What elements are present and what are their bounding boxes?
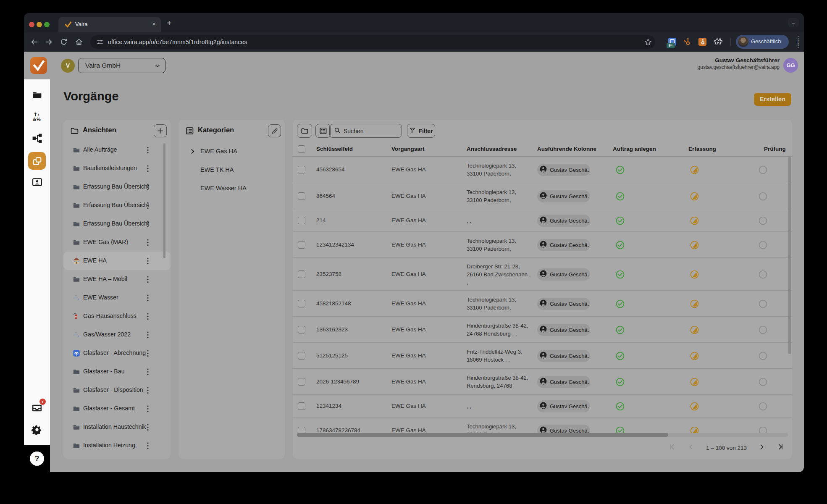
reload-icon[interactable] bbox=[59, 37, 68, 47]
ansicht-item-erfassung-bau-übersicht[interactable]: Erfassung Bau Übersicht bbox=[63, 178, 171, 196]
company-avatar[interactable]: V bbox=[61, 59, 75, 73]
kebab-menu-icon[interactable] bbox=[147, 146, 149, 156]
ansicht-item-glasfaser-bau[interactable]: Glasfaser - Bau bbox=[63, 362, 171, 381]
rail-item-vorgaenge-active[interactable] bbox=[24, 150, 50, 172]
ansicht-item-gas-wasser-2022[interactable]: Gas/Wasser 2022 bbox=[63, 326, 171, 344]
kebab-menu-icon[interactable] bbox=[147, 423, 149, 433]
add-view-button[interactable] bbox=[154, 124, 167, 137]
assignee-chip[interactable]: Gustav Geschä… bbox=[537, 324, 590, 336]
status-erfassung-in_progress-icon[interactable] bbox=[690, 325, 699, 335]
table-row-864564[interactable]: 864564EWE Gas HATechnologiepark 13,33100… bbox=[293, 183, 792, 209]
kebab-menu-icon[interactable] bbox=[147, 183, 149, 193]
status-pruefung-open-icon[interactable] bbox=[758, 165, 768, 175]
kebab-menu-icon[interactable] bbox=[147, 368, 149, 378]
column-header-vorgangsart[interactable]: Vorgangsart bbox=[391, 146, 425, 152]
status-pruefung-open-icon[interactable] bbox=[758, 299, 768, 309]
status-erfassung-in_progress-icon[interactable] bbox=[690, 270, 699, 279]
column-header-ausführende-kolonne[interactable]: Ausführende Kolonne bbox=[537, 146, 596, 152]
status-pruefung-open-icon[interactable] bbox=[758, 240, 768, 250]
kategorie-item-ewe-tk-ha[interactable]: EWE TK HA bbox=[179, 161, 285, 179]
help-button[interactable]: ? bbox=[30, 452, 44, 466]
column-header-anschlussadresse[interactable]: Anschlussadresse bbox=[467, 146, 517, 152]
status-auftrag-anlegen-done-icon[interactable] bbox=[615, 402, 625, 411]
address-bar[interactable]: office.vaira.app/o/c7be7mnm5f1rdro8tg2g/… bbox=[90, 35, 655, 49]
ansicht-item-glasfaser-gesamt[interactable]: Glasfaser - Gesamt bbox=[63, 399, 171, 418]
kebab-menu-icon[interactable] bbox=[147, 220, 149, 230]
browser-menu-kebab-icon[interactable]: ⋮⋮⋮ bbox=[795, 37, 801, 47]
assignee-chip[interactable]: Gustav Geschä… bbox=[537, 190, 590, 202]
assignee-chip[interactable]: Gustav Geschä… bbox=[537, 376, 590, 388]
user-avatar[interactable]: GG bbox=[783, 58, 798, 73]
status-auftrag-anlegen-done-icon[interactable] bbox=[615, 240, 625, 250]
horizontal-scrollbar[interactable] bbox=[297, 433, 788, 437]
ansicht-item-ewe-ha-mobil[interactable]: EWE HA – Mobil bbox=[63, 270, 171, 289]
status-pruefung-open-icon[interactable] bbox=[758, 325, 768, 335]
kategorie-item-ewe-gas-ha[interactable]: EWE Gas HA bbox=[179, 142, 285, 161]
assignee-chip[interactable]: Gustav Geschä… bbox=[537, 239, 590, 251]
kebab-menu-icon[interactable] bbox=[147, 165, 149, 174]
row-checkbox[interactable] bbox=[298, 241, 305, 249]
status-auftrag-anlegen-done-icon[interactable] bbox=[615, 325, 625, 335]
status-erfassung-in_progress-icon[interactable] bbox=[690, 192, 699, 201]
row-checkbox[interactable] bbox=[298, 270, 305, 278]
table-row-2026-123456789[interactable]: 2026-123456789EWE Gas HAHindenburgstraße… bbox=[293, 368, 792, 394]
company-select[interactable]: Vaira GmbH bbox=[78, 58, 165, 73]
list-view-button[interactable] bbox=[315, 124, 331, 138]
ansicht-item-ewe-gas-mar[interactable]: EWE Gas (MAR) bbox=[63, 233, 171, 252]
status-auftrag-anlegen-done-icon[interactable] bbox=[615, 270, 625, 279]
table-row-45821852148[interactable]: 45821852148EWE Gas HATechnologiepark 13,… bbox=[293, 290, 792, 316]
ansicht-item-glasfaser-disposition[interactable]: Glasfaser - Disposition bbox=[63, 381, 171, 399]
ansicht-item-erfassung-bau-übersicht[interactable]: Erfassung Bau Übersicht bbox=[63, 196, 171, 215]
tab-close-icon[interactable]: × bbox=[152, 20, 156, 27]
kebab-menu-icon[interactable] bbox=[147, 442, 149, 452]
status-pruefung-open-icon[interactable] bbox=[758, 270, 768, 279]
ansicht-item-baudienstleistungen[interactable]: Baudienstleistungen bbox=[63, 159, 171, 178]
kebab-menu-icon[interactable] bbox=[147, 239, 149, 248]
row-checkbox[interactable] bbox=[298, 402, 305, 410]
status-auftrag-anlegen-done-icon[interactable] bbox=[615, 165, 625, 175]
edit-categories-button[interactable] bbox=[268, 124, 281, 137]
macos-minimize-button[interactable] bbox=[37, 22, 42, 27]
status-erfassung-in_progress-icon[interactable] bbox=[690, 216, 699, 226]
kebab-menu-icon[interactable] bbox=[147, 294, 149, 304]
home-icon[interactable] bbox=[74, 37, 84, 47]
status-erfassung-in_progress-icon[interactable] bbox=[690, 299, 699, 309]
assignee-chip[interactable]: Gustav Geschä… bbox=[537, 164, 590, 176]
chevron-right-icon[interactable] bbox=[189, 148, 196, 155]
table-row-123412342134[interactable]: 123412342134EWE Gas HATechnologiepark 13… bbox=[293, 231, 792, 257]
bookmark-star-icon[interactable] bbox=[644, 38, 652, 46]
kategorie-item-ewe-wasser-ha[interactable]: EWE Wasser HA bbox=[179, 179, 285, 198]
kebab-menu-icon[interactable] bbox=[147, 386, 149, 396]
column-header-auftrag-anlegen[interactable]: Auftrag anlegen bbox=[613, 146, 656, 152]
kebab-menu-icon[interactable] bbox=[147, 276, 149, 285]
row-checkbox[interactable] bbox=[298, 326, 305, 333]
row-checkbox[interactable] bbox=[298, 166, 305, 173]
tab-search-chevron-icon[interactable]: ⌄ bbox=[788, 18, 799, 27]
last-page-icon[interactable] bbox=[777, 443, 785, 452]
extensions-puzzle-icon[interactable] bbox=[713, 37, 723, 47]
rail-item-inbox[interactable]: 1 bbox=[24, 398, 50, 420]
vaira-logo[interactable] bbox=[30, 57, 47, 74]
create-button[interactable]: Erstellen bbox=[754, 93, 791, 106]
status-erfassung-in_progress-icon[interactable] bbox=[690, 377, 699, 387]
extension-orange-box-icon[interactable] bbox=[698, 37, 707, 47]
ansicht-item-ewe-ha[interactable]: EWE HA bbox=[63, 252, 171, 270]
ansicht-item-ewe-wasser[interactable]: EWE Wasser bbox=[63, 289, 171, 307]
vertical-scrollbar[interactable] bbox=[788, 157, 791, 354]
filter-button[interactable]: Filter bbox=[407, 124, 435, 138]
rail-item-contacts[interactable] bbox=[24, 172, 50, 194]
search-input[interactable]: Suchen bbox=[329, 124, 402, 138]
assignee-chip[interactable]: Gustav Geschä… bbox=[537, 400, 590, 412]
row-checkbox[interactable] bbox=[298, 217, 305, 224]
row-checkbox[interactable] bbox=[298, 192, 305, 200]
browser-tab[interactable]: Vaira × bbox=[58, 17, 161, 32]
assignee-chip[interactable]: Gustav Geschä… bbox=[537, 268, 590, 281]
status-erfassung-in_progress-icon[interactable] bbox=[690, 351, 699, 361]
new-tab-button[interactable]: + bbox=[167, 19, 172, 27]
previous-page-icon[interactable] bbox=[688, 444, 694, 452]
ansicht-item-glasfaser-abrechnung[interactable]: Glasfaser - Abrechnung bbox=[63, 344, 171, 362]
assignee-chip[interactable]: Gustav Geschä… bbox=[537, 215, 590, 227]
ansicht-item-alle-aufträge[interactable]: Alle Aufträge bbox=[63, 141, 171, 159]
ansichten-scrollbar[interactable] bbox=[163, 143, 165, 258]
table-row-1363162323[interactable]: 1363162323EWE Gas HAHindenburgstraße 38-… bbox=[293, 316, 792, 342]
